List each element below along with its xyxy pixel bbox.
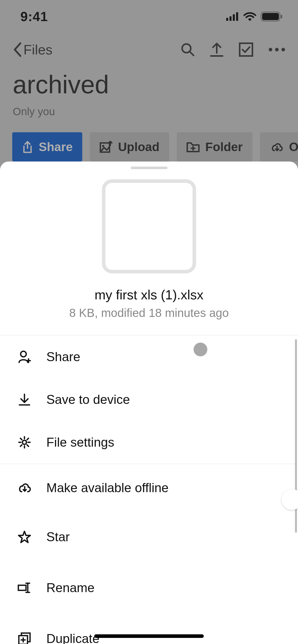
action-offline-label: Make available offline xyxy=(46,480,280,495)
duplicate-icon xyxy=(18,632,31,644)
star-icon xyxy=(18,530,31,544)
svg-point-16 xyxy=(21,351,26,357)
collaborator-avatar xyxy=(194,343,207,356)
action-star-label: Star xyxy=(46,530,280,544)
action-save-label: Save to device xyxy=(46,392,280,407)
file-actions-sheet: my first xls (1).xlsx 8 KB, modified 18 … xyxy=(0,162,298,644)
action-duplicate[interactable]: Duplicate xyxy=(0,613,298,644)
file-thumbnail xyxy=(102,179,196,273)
home-indicator[interactable] xyxy=(94,634,204,638)
sheet-grabber[interactable] xyxy=(131,167,168,169)
action-file-settings[interactable]: File settings xyxy=(0,421,298,464)
action-share-label: Share xyxy=(46,349,280,364)
rename-icon xyxy=(18,581,31,594)
cloud-download-icon xyxy=(18,481,31,494)
actions-list: Share Save to device File settings Make … xyxy=(0,335,298,644)
action-star[interactable]: Star xyxy=(0,511,298,562)
action-save-device[interactable]: Save to device xyxy=(0,378,298,421)
action-share[interactable]: Share xyxy=(0,335,298,378)
person-plus-icon xyxy=(18,350,31,363)
download-icon xyxy=(18,393,31,406)
gear-icon xyxy=(18,436,31,449)
action-rename[interactable]: Rename xyxy=(0,562,298,613)
svg-rect-19 xyxy=(18,585,26,590)
action-settings-label: File settings xyxy=(46,435,280,450)
action-rename-label: Rename xyxy=(46,580,280,595)
svg-point-18 xyxy=(22,440,26,444)
file-name: my first xls (1).xlsx xyxy=(0,287,298,302)
action-offline[interactable]: Make available offline xyxy=(0,464,298,511)
file-meta: 8 KB, modified 18 minutes ago xyxy=(0,306,298,320)
